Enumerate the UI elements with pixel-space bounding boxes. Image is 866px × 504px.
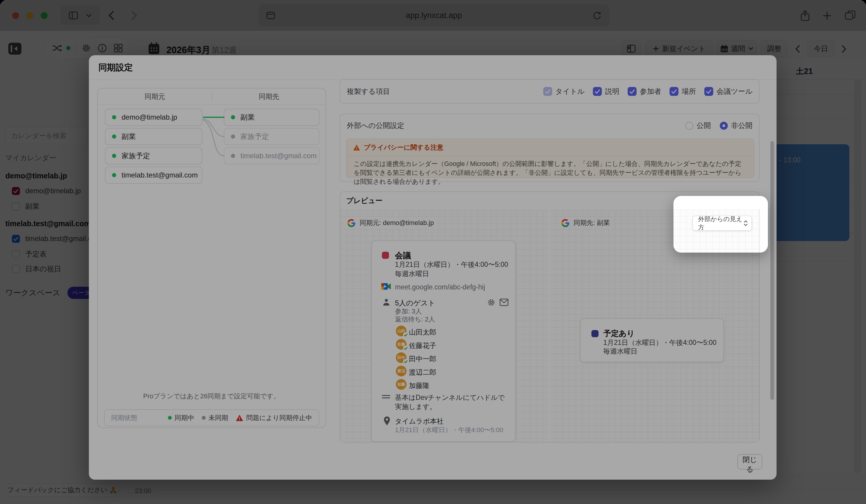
screen: app.lynxcat.app 2026年3月 第12週 新規イベント xyxy=(0,0,866,504)
external-visibility-select-label: 外部からの見え方 xyxy=(698,215,743,231)
external-visibility-select[interactable]: 外部からの見え方 xyxy=(692,216,752,231)
browser-window: app.lynxcat.app 2026年3月 第12週 新規イベント xyxy=(0,0,866,504)
chevron-up-down-icon xyxy=(743,220,748,227)
